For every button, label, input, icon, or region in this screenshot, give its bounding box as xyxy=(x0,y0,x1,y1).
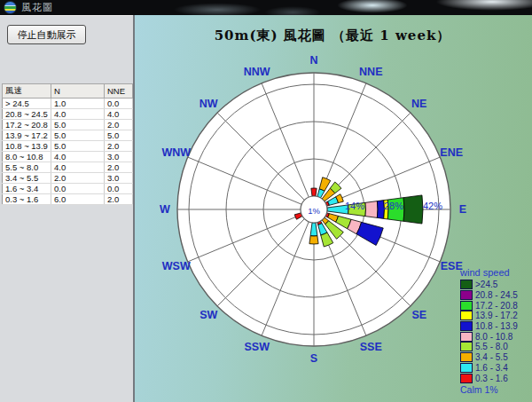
compass-label-S: S xyxy=(310,352,317,365)
legend-swatch xyxy=(460,342,473,351)
legend-row: 5.5 - 8.0 xyxy=(460,342,531,352)
legend-row: 3.4 - 5.5 xyxy=(460,352,531,363)
legend-title: wind speed xyxy=(460,267,531,278)
ring-label-14%: 14% xyxy=(345,201,364,211)
wind-speed-legend: wind speed >24.520.8 - 24.517.2 - 20.813… xyxy=(460,267,531,395)
legend-swatch xyxy=(460,352,473,362)
compass-label-SSE: SSE xyxy=(360,341,382,353)
compass-label-WSW: WSW xyxy=(162,260,191,272)
compass-label-NNE: NNE xyxy=(359,66,382,78)
legend-bin-label: 20.8 - 24.5 xyxy=(475,290,518,300)
legend-row: 17.2 - 20.8 xyxy=(460,300,531,311)
legend-swatch xyxy=(460,301,473,311)
petal-E xyxy=(365,201,378,218)
legend-bin-label: 3.4 - 5.5 xyxy=(475,352,508,362)
legend-swatch xyxy=(460,321,473,331)
compass-label-SE: SE xyxy=(411,309,426,321)
legend-bin-label: 13.9 - 17.2 xyxy=(475,311,518,320)
legend-swatch xyxy=(460,363,473,373)
legend-bin-label: 8.0 - 10.8 xyxy=(475,332,512,342)
legend-swatch xyxy=(460,311,473,320)
compass-label-E: E xyxy=(459,203,466,216)
legend-swatch xyxy=(460,332,473,342)
compass-label-WNW: WNW xyxy=(161,146,191,159)
legend-bin-label: 17.2 - 20.8 xyxy=(475,301,518,311)
petal-N xyxy=(311,188,317,196)
compass-label-NE: NE xyxy=(411,98,426,110)
petal-E xyxy=(403,195,423,224)
legend-swatch xyxy=(460,374,473,383)
legend-row: 20.8 - 24.5 xyxy=(460,290,531,301)
legend-row: 10.8 - 13.9 xyxy=(460,321,531,332)
legend-bin-label: 0.3 - 1.6 xyxy=(475,374,508,383)
ring-label-42%: 42% xyxy=(423,201,442,211)
legend-calm-label: Calm 1% xyxy=(460,384,531,395)
wind-rose-chart: 1%14%28%42%NNNENEENEEESESESSESSSWSWWSWWW… xyxy=(0,0,532,402)
compass-label-SSW: SSW xyxy=(244,341,270,353)
legend-row: 1.6 - 3.4 xyxy=(460,363,531,374)
legend-bin-label: 1.6 - 3.4 xyxy=(475,363,508,373)
compass-label-N: N xyxy=(309,54,317,67)
legend-row: 0.3 - 1.6 xyxy=(460,373,531,383)
legend-bin-label: 5.5 - 8.0 xyxy=(475,342,508,351)
ring-label-28%: 28% xyxy=(384,201,403,211)
legend-bin-label: >24.5 xyxy=(475,280,497,289)
compass-label-NNW: NNW xyxy=(244,66,270,78)
compass-label-SW: SW xyxy=(200,309,217,321)
compass-label-W: W xyxy=(160,203,170,216)
legend-row: 13.9 - 17.2 xyxy=(460,311,531,321)
compass-label-ESE: ESE xyxy=(441,260,463,272)
legend-row: 8.0 - 10.8 xyxy=(460,331,531,342)
legend-swatch xyxy=(460,280,473,289)
calm-percent-label: 1% xyxy=(308,206,320,216)
legend-rows: >24.520.8 - 24.517.2 - 20.813.9 - 17.210… xyxy=(460,280,531,383)
legend-row: >24.5 xyxy=(460,280,531,290)
petal-S xyxy=(309,236,318,244)
compass-label-ENE: ENE xyxy=(440,146,463,159)
legend-bin-label: 10.8 - 13.9 xyxy=(475,321,518,331)
legend-swatch xyxy=(460,290,473,300)
compass-label-NW: NW xyxy=(200,98,218,110)
